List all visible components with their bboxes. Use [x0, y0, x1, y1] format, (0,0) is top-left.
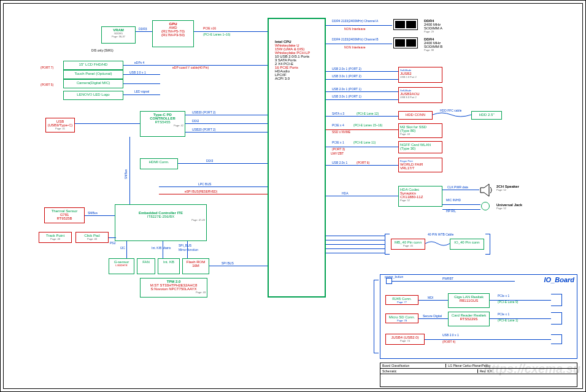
led-signal: LED signal	[134, 90, 149, 93]
speaker-label: 2CH Speaker Page: 52	[496, 185, 519, 191]
usb-typec-wire	[75, 123, 140, 124]
thermal-block: Thermal Sensor G781 RT9525B	[44, 207, 85, 223]
vram-block: VRAM GDDR5 Page: 36-37	[101, 26, 136, 44]
sodimm-b-icon	[393, 37, 418, 48]
edp-cable-label: eDP coaxil Y cable(40 Pin)	[172, 66, 209, 69]
lan-block: Giga LAN Realtek R8111GUS	[448, 293, 490, 308]
wtb-cable-icon	[425, 240, 450, 247]
jack-icon	[481, 202, 490, 210]
gpu-cpu-wire	[194, 31, 268, 32]
edp-label: eDPx 4	[134, 61, 144, 64]
hdmi-block: HDMI Conn.	[140, 158, 178, 169]
mb40-block: MB_40 Pin conn Page: 45	[391, 239, 425, 250]
hda-codec-block: HDA Codec Synaptics CX11880-11Z Page: 52	[398, 186, 442, 207]
ddr4-b-block: DDR4 2400 MHz SODIMM B Page: 30	[424, 37, 442, 52]
tpm-block: TPM 2.0 M:ST ST33HTPH2E32AHC8 S:Nuvoton …	[140, 278, 207, 298]
io-conn-lan	[551, 294, 562, 306]
cpu-block: Intel CPU Whiskeylake U 15W (UMA & DIS) …	[268, 18, 326, 298]
card-reader-block: Card Reader Realtek RTS5229S	[448, 312, 490, 326]
port5-label: (PORT 5)	[40, 83, 53, 86]
typec-block: Type-C PD CONTROLLER RTS5455 Page: 42	[140, 111, 185, 137]
ddr3-label: DDR3	[139, 27, 147, 31]
ddr4-a-block: DDR4 2400 MHz SODIMM A Page: 29	[424, 19, 442, 33]
title-block: Board Classification LG Planar Carbo-Pla…	[380, 363, 577, 387]
jusb2-block: Self-Made JUSB2 USB 2.0 Port 2	[398, 67, 442, 83]
gpu-sub3: (R17M-P3-50)	[154, 33, 192, 37]
intkb-block: Int. KB	[158, 258, 180, 274]
dis-only-label: DIS only (SWG)	[91, 48, 114, 52]
sd-block: Micro SD Conn. Page: 78	[385, 313, 418, 323]
gpu-block: GPU AMD (R17M-P5-70) (R17M-P3-50)	[152, 20, 194, 47]
clickpad-block: Click Pad Page: 40	[75, 232, 109, 243]
sodimm-a-icon	[393, 19, 418, 30]
usb-typec-connector: USB (USB3/Type-C) Page: 41	[45, 118, 75, 133]
lcd-block: 15" LCD FHD/HD	[63, 61, 123, 70]
logo-block: LENOVO LED Logo	[63, 91, 123, 100]
hdd-block: HDD 2.5"	[471, 111, 502, 120]
ffc-cable-icon	[433, 112, 471, 117]
ec-block: Embedded Controller ITE IT8227E-256/BX P…	[115, 204, 207, 241]
speaker-icon	[479, 183, 493, 197]
io-board-title: IO_Board	[544, 276, 574, 283]
fingerprint-block: Finger Print WORLD FAIR VRL17/7	[398, 158, 442, 172]
trackpoint-block: Track Point Page: 40	[39, 232, 72, 243]
power-button-icon	[386, 278, 392, 284]
hdd-conn-block: HDD CONN	[398, 111, 433, 120]
rj45-block: RJ45 Conn. Page: 77	[385, 295, 418, 305]
io-conn-usb	[551, 334, 562, 344]
jusb3aou-block: Self-Made JUSB3AOU USB 3.0 Port 2	[398, 87, 442, 103]
io40-block: IO_40 Pin conn	[450, 239, 484, 250]
vram-page: Page: 36-37	[103, 35, 134, 38]
flashrom-block: Flash ROM 16M	[182, 258, 209, 274]
vram-gpu-wire	[136, 31, 152, 32]
fan-block: FAN	[137, 258, 155, 274]
jack-label: Universal Jack Page: 52	[496, 203, 522, 210]
ssd-block: M2 Slot for SSD (Type 80) Page: 44	[398, 123, 442, 138]
port7-label: (PORT 7)	[40, 66, 53, 69]
pcie-lanes-label: (PCI-E Lanes 1~16)	[203, 33, 230, 36]
touch-block: Touch Panel (Optional)	[63, 70, 123, 79]
camera-block: Camera(Digital MIC)	[63, 79, 123, 88]
io-conn-reader	[551, 312, 562, 325]
jusb4-block: JUSB4 (USB2.0) Page: 74	[385, 334, 425, 345]
pcie-x16-label: PCIE x16	[203, 26, 216, 30]
edp-wire	[123, 65, 268, 66]
wlan-block: NGFF Card WLAN (Type 30)	[398, 141, 442, 153]
gsensor-block: G-sensor LIS3DHTR	[109, 258, 134, 274]
